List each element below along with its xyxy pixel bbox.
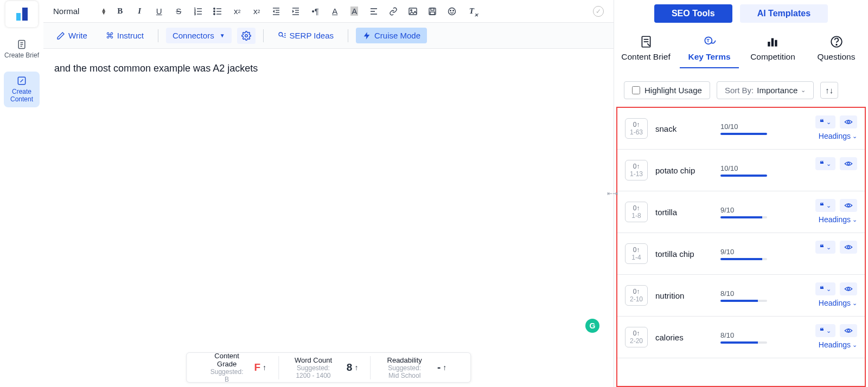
cruise-mode-button[interactable]: Cruise Mode (356, 28, 427, 43)
settings-gear-button[interactable] (237, 28, 256, 44)
seo-tools-pill[interactable]: SEO Tools (654, 4, 732, 23)
left-rail: Create Brief Create Content (0, 0, 43, 387)
chevron-down-icon: ⌄ (826, 327, 831, 334)
tab-content-brief[interactable]: Content Brief (614, 27, 678, 76)
grammarly-badge[interactable]: G (585, 319, 599, 333)
resize-handle[interactable]: ⇤⇥ (607, 190, 618, 197)
term-headings-link[interactable]: Headings⌄ (819, 132, 857, 140)
paragraph-style-select[interactable]: Normal ▲▼ (53, 7, 106, 16)
keyterms-icon: T (703, 35, 717, 49)
status-check-icon[interactable]: ✓ (593, 6, 604, 17)
tab-competition[interactable]: Competition (741, 27, 805, 76)
connectors-button[interactable]: Connectors ▼ (166, 28, 232, 43)
term-visibility-button[interactable] (840, 157, 857, 170)
sort-by-select[interactable]: Sort By: Importance ⌄ (717, 81, 814, 99)
term-name: tortilla chip (655, 249, 713, 259)
editor-content-area[interactable]: and the most common example was A2 jacke… (43, 49, 614, 387)
text-color-button[interactable]: A (329, 5, 341, 17)
divider (263, 29, 264, 42)
gear-icon (241, 31, 251, 41)
svg-point-14 (214, 8, 215, 9)
svg-text:T: T (706, 38, 710, 43)
outdent-button[interactable] (270, 5, 282, 17)
term-row: 0↑ 1-13 potato chip 10/10 ❝ ⌄ (617, 150, 865, 191)
sort-direction-button[interactable]: ↑↓ (820, 82, 838, 99)
term-score: 10/10 (720, 122, 770, 135)
term-quote-button[interactable]: ❝ ⌄ (815, 157, 835, 170)
term-score: 10/10 (720, 164, 770, 177)
create-brief-button[interactable]: Create Brief (4, 31, 40, 67)
superscript-button[interactable]: x2 (251, 5, 263, 17)
arrow-up-icon: ↑ (443, 363, 446, 372)
tab-questions[interactable]: Questions (805, 27, 868, 76)
term-quote-button[interactable]: ❝ ⌄ (815, 241, 835, 254)
indent-button[interactable] (290, 5, 302, 17)
term-visibility-button[interactable] (840, 115, 857, 128)
highlight-usage-checkbox[interactable]: Highlight Usage (624, 81, 710, 99)
ai-templates-pill[interactable]: AI Templates (740, 4, 828, 23)
eye-icon (844, 160, 853, 167)
chevron-down-icon: ⌄ (826, 160, 831, 167)
highlight-color-button[interactable]: A (348, 5, 360, 17)
term-visibility-button[interactable] (840, 282, 857, 295)
svg-rect-48 (771, 38, 773, 47)
svg-rect-49 (775, 40, 777, 47)
link-button[interactable] (387, 5, 399, 17)
term-count-badge[interactable]: 0↑ 1-8 (625, 202, 648, 223)
document-icon (16, 39, 27, 50)
term-score: 8/10 (720, 331, 770, 344)
term-quote-button[interactable]: ❝ ⌄ (815, 282, 835, 295)
clear-format-button[interactable]: T✕ (465, 5, 477, 17)
word-count-label: Word Count (291, 356, 336, 364)
term-count-badge[interactable]: 0↑ 1-4 (625, 243, 648, 265)
term-headings-link[interactable]: Headings⌄ (819, 340, 857, 349)
term-visibility-button[interactable] (840, 199, 857, 212)
ordered-list-button[interactable]: 123 (192, 5, 204, 17)
eye-icon (844, 244, 853, 250)
content-grade-stat: Content Grade Suggested: B F↑ (199, 352, 278, 383)
eye-icon (844, 327, 853, 334)
italic-button[interactable]: I (133, 5, 145, 17)
right-panel: SEO Tools AI Templates Content Brief T K… (614, 0, 868, 387)
emoji-button[interactable] (446, 5, 458, 17)
instruct-button[interactable]: ⌘ Instruct (99, 28, 150, 44)
quote-icon: ❝ (820, 243, 824, 251)
strikethrough-button[interactable]: S (173, 5, 184, 17)
bold-button[interactable]: B (114, 5, 126, 17)
align-button[interactable] (368, 5, 380, 17)
underline-button[interactable]: U (153, 5, 165, 17)
main-column: Normal ▲▼ B I U S 123 x2 x2 •¶ A A T✕ ✓ (43, 0, 614, 387)
term-count-badge[interactable]: 0↑ 2-20 (625, 327, 648, 348)
term-score: 8/10 (720, 289, 770, 302)
term-headings-link[interactable]: Headings⌄ (819, 299, 857, 307)
tab-key-terms[interactable]: T Key Terms (678, 27, 741, 76)
term-quote-button[interactable]: ❝ ⌄ (815, 324, 835, 337)
term-count-badge[interactable]: 0↑ 1-13 (625, 160, 648, 181)
subscript-button[interactable]: x2 (231, 5, 243, 17)
term-headings-link[interactable]: Headings⌄ (819, 215, 857, 224)
bolt-icon (362, 31, 371, 40)
chevron-down-icon: ⌄ (826, 119, 831, 126)
connectors-label: Connectors (173, 31, 214, 40)
logo[interactable] (5, 1, 38, 27)
readability-suggested: Suggested: Mid School (382, 364, 426, 379)
editor-text: and the most common example was A2 jacke… (54, 63, 258, 74)
select-arrows-icon: ▲▼ (101, 8, 106, 15)
term-count-badge[interactable]: 0↑ 1-63 (625, 118, 648, 139)
unordered-list-button[interactable] (212, 5, 224, 17)
create-content-button[interactable]: Create Content (4, 72, 40, 107)
term-count-badge[interactable]: 0↑ 2-10 (625, 285, 648, 306)
term-quote-button[interactable]: ❝ ⌄ (815, 115, 835, 128)
serp-ideas-button[interactable]: SERP Ideas (271, 28, 340, 43)
edit-icon (16, 75, 27, 86)
save-button[interactable] (426, 5, 438, 17)
write-button[interactable]: Write (50, 28, 94, 43)
term-quote-button[interactable]: ❝ ⌄ (815, 199, 835, 212)
highlight-checkbox-input[interactable] (632, 86, 640, 94)
term-visibility-button[interactable] (840, 241, 857, 254)
serp-ideas-label: SERP Ideas (290, 31, 334, 40)
paragraph-direction-button[interactable]: •¶ (309, 5, 321, 17)
image-button[interactable] (407, 5, 419, 17)
term-visibility-button[interactable] (840, 324, 857, 337)
term-name: potato chip (655, 166, 713, 175)
